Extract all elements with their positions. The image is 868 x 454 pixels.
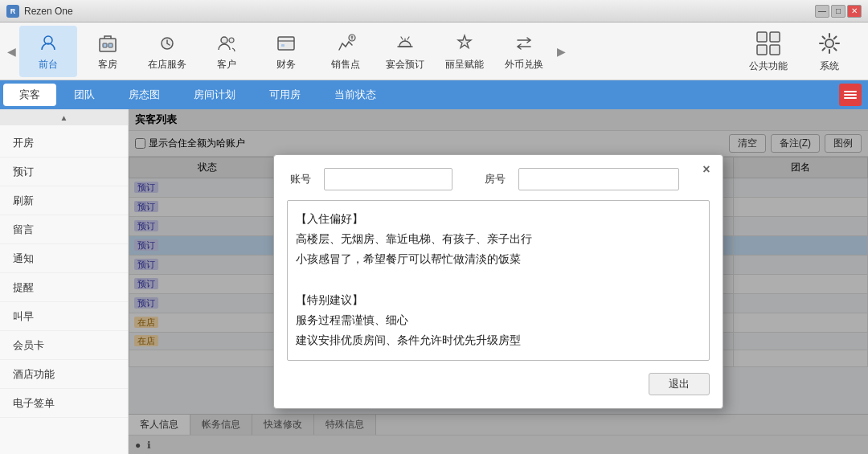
sub-nav-current-status[interactable]: 当前状态 <box>318 84 392 106</box>
nav-item-room[interactable]: 客房 <box>79 26 137 77</box>
sidebar-item-message[interactable]: 留言 <box>0 215 128 244</box>
title-bar: R Rezen One — □ ✕ <box>0 0 868 22</box>
sidebar-item-checkin[interactable]: 开房 <box>0 129 128 157</box>
nav-label-exchange: 外币兑换 <box>505 58 543 72</box>
sidebar-item-wakeup[interactable]: 叫早 <box>0 302 128 331</box>
sidebar-item-notify-label: 通知 <box>13 252 34 266</box>
toolbar-right: 公共功能 系统 <box>743 29 865 73</box>
modal-account-row: 账号 房号 <box>287 168 710 190</box>
sidebar-item-reservation[interactable]: 预订 <box>0 157 128 186</box>
exchange-icon <box>511 31 537 56</box>
nav-label-in-store: 在店服务 <box>148 58 186 72</box>
minimize-button[interactable]: — <box>815 5 829 18</box>
sidebar-item-checkin-label: 开房 <box>13 136 34 150</box>
svg-point-6 <box>229 38 234 43</box>
room-icon <box>95 31 121 56</box>
svg-rect-7 <box>278 37 294 50</box>
sub-nav-team[interactable]: 团队 <box>58 84 111 106</box>
nav-item-finance[interactable]: 财务 <box>257 26 315 77</box>
svg-rect-11 <box>770 32 780 42</box>
nav-next-arrow[interactable]: ▶ <box>553 35 569 67</box>
nav-label-front-desk: 前台 <box>39 58 58 72</box>
nav-label-room: 客房 <box>98 58 117 72</box>
nav-item-system[interactable]: 系统 <box>804 29 855 73</box>
nav-item-exchange[interactable]: 外币兑换 <box>495 26 553 77</box>
nav-label-customer: 客户 <box>217 58 236 72</box>
app-icon: R <box>6 5 19 18</box>
nav-label-banquet: 宴会预订 <box>386 58 424 72</box>
sub-nav-available[interactable]: 可用房 <box>253 84 317 106</box>
app-title: Rezen One <box>24 6 73 17</box>
sidebar-item-reservation-label: 预订 <box>13 165 34 179</box>
sidebar-item-reminder-label: 提醒 <box>13 280 34 295</box>
sub-nav-settings-icon[interactable] <box>839 84 862 106</box>
system-icon <box>815 29 844 58</box>
svg-rect-1 <box>100 39 116 51</box>
svg-rect-10 <box>757 32 767 42</box>
main-toolbar: ◀ 前台 <box>0 22 868 80</box>
nav-label-sales: 销售点 <box>331 58 360 72</box>
sidebar-item-membership-label: 会员卡 <box>13 338 44 353</box>
svg-point-14 <box>825 39 833 47</box>
sub-nav-room-map[interactable]: 房态图 <box>113 84 176 106</box>
main-content: 宾客列表 显示合住全额为哈账户 清空 备注(Z) 图例 状态 <box>129 109 868 454</box>
nav-item-in-store[interactable]: 在店服务 <box>138 26 196 77</box>
special-info-textarea[interactable] <box>287 200 710 361</box>
sub-nav-guests[interactable]: 宾客 <box>3 84 56 106</box>
sidebar-item-e-sign[interactable]: 电子签单 <box>0 389 128 418</box>
svg-rect-2 <box>103 43 107 47</box>
nav-item-sales[interactable]: 销售点 <box>317 26 375 77</box>
close-button[interactable]: ✕ <box>847 5 862 18</box>
sub-nav: 宾客 团队 房态图 房间计划 可用房 当前状态 <box>0 80 868 109</box>
front-desk-icon <box>35 31 61 56</box>
exit-button[interactable]: 退出 <box>649 373 710 395</box>
sidebar-item-refresh-label: 刷新 <box>13 194 34 208</box>
nav-label-liree: 丽呈赋能 <box>445 58 484 72</box>
nav-item-public[interactable]: 公共功能 <box>743 29 794 73</box>
maximize-button[interactable]: □ <box>831 5 845 18</box>
toolbar-nav: ◀ 前台 <box>3 22 743 80</box>
room-label: 房号 <box>481 172 506 186</box>
svg-rect-3 <box>108 43 113 47</box>
nav-label-finance: 财务 <box>276 58 296 72</box>
nav-item-liree[interactable]: 丽呈赋能 <box>436 26 493 77</box>
title-bar-controls: — □ ✕ <box>815 5 862 18</box>
sub-nav-right <box>839 84 865 106</box>
svg-point-5 <box>221 37 227 43</box>
liree-icon <box>452 31 477 56</box>
svg-rect-8 <box>281 44 285 47</box>
customer-icon <box>214 31 240 56</box>
sidebar-item-wakeup-label: 叫早 <box>13 309 34 324</box>
finance-icon <box>273 31 299 56</box>
room-input[interactable] <box>518 168 679 190</box>
svg-rect-12 <box>757 45 767 55</box>
sub-nav-room-plan[interactable]: 房间计划 <box>178 84 252 106</box>
nav-items: 前台 客房 <box>19 26 553 77</box>
sidebar-scroll-up[interactable]: ▲ <box>0 109 128 125</box>
sidebar-item-reminder[interactable]: 提醒 <box>0 273 128 302</box>
sidebar-item-e-sign-label: 电子签单 <box>13 396 55 411</box>
account-label: 账号 <box>287 172 311 186</box>
sales-icon <box>333 31 358 56</box>
sidebar-item-hotel-func[interactable]: 酒店功能 <box>0 360 128 389</box>
sidebar-item-refresh[interactable]: 刷新 <box>0 186 128 215</box>
account-input[interactable] <box>324 168 452 190</box>
modal-close-button[interactable]: × <box>698 162 714 178</box>
sidebar-item-notify[interactable]: 通知 <box>0 244 128 273</box>
modal-overlay: × 账号 房号 退出 <box>129 109 868 454</box>
nav-item-banquet[interactable]: 宴会预订 <box>376 26 434 77</box>
sidebar-item-message-label: 留言 <box>13 223 34 237</box>
nav-label-system: 系统 <box>820 59 839 73</box>
sidebar-item-membership[interactable]: 会员卡 <box>0 331 128 360</box>
banquet-icon <box>392 31 418 56</box>
nav-prev-arrow[interactable]: ◀ <box>3 35 19 67</box>
nav-label-public: 公共功能 <box>749 59 788 73</box>
in-store-icon <box>154 31 180 56</box>
nav-item-front-desk[interactable]: 前台 <box>19 26 77 77</box>
sidebar-inner: 开房 预订 刷新 留言 通知 提醒 叫早 会员卡 <box>0 125 128 454</box>
special-info-modal: × 账号 房号 退出 <box>273 154 723 409</box>
nav-item-customer[interactable]: 客户 <box>198 26 256 77</box>
sidebar: ▲ 开房 预订 刷新 留言 通知 提醒 叫早 会员卡 <box>0 109 129 454</box>
modal-footer: 退出 <box>287 373 710 395</box>
public-icon <box>754 29 783 58</box>
